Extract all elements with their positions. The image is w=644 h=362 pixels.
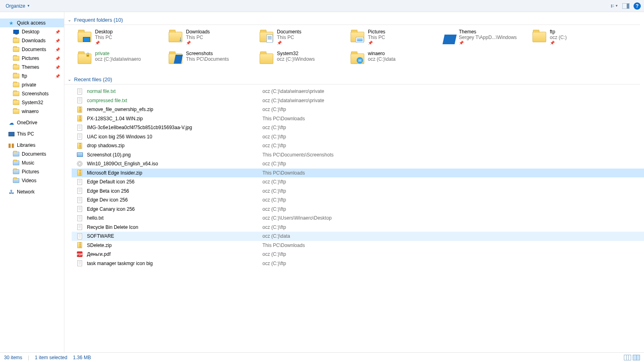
pin-icon: 📌 [186,41,210,45]
pin-icon: 📌 [368,41,385,45]
sidebar-item-private[interactable]: private [0,80,64,89]
onedrive-root[interactable]: ☁ OneDrive [0,118,64,127]
folder-icon [259,51,274,66]
frequent-folder-item[interactable]: ↓ Downloads This PC 📌 [167,27,258,49]
sidebar-item-documents[interactable]: Documents [0,150,64,158]
pin-icon: 📌 [55,74,60,78]
recent-file-row[interactable]: compressed file.txt ocz (C:)\data\winaer… [72,96,644,105]
file-path: ocz (C:)\ftp [262,143,286,148]
sidebar-item-music[interactable]: Music [0,158,64,167]
sidebar-item-pictures[interactable]: Pictures📌 [0,54,64,63]
file-icon [76,152,83,158]
recent-file-row[interactable]: Edge Dev icon 256 ocz (C:)\ftp [72,195,644,205]
folder-location: This PC\Documents [186,56,229,62]
recent-file-row[interactable]: Recycle Bin Delete Icon ocz (C:)\ftp [72,223,644,232]
help-button[interactable]: ? [634,2,641,10]
file-icon [76,88,83,95]
frequent-folder-item[interactable]: Themes Sergey T\AppD...\Windows 📌 [440,27,531,49]
chevron-down-icon[interactable]: ⌄ [67,77,72,82]
recent-file-row[interactable]: PX-128S3C_1.04 WIN.zip This PC\Downloads [72,114,644,123]
folder-location: This PC [186,35,210,40]
frequent-folder-item[interactable]: 🔒 private ocz (C:)\data\winaero [76,49,167,71]
file-icon [76,197,83,203]
sidebar-item-label: private [22,82,36,88]
this-pc-root[interactable]: This PC [0,130,64,138]
svg-rect-0 [611,4,612,6]
frequent-folder-item[interactable]: System32 ocz (C:)\Windows [258,49,349,71]
file-path: This PC\Downloads [262,116,305,121]
sidebar-item-pictures[interactable]: Pictures [0,167,64,176]
view-options-button[interactable]: ▼ [611,2,618,10]
view-details-button[interactable] [624,355,631,360]
recent-file-row[interactable]: Microsoft Edge Insider.zip This PC\Downl… [72,169,644,178]
sidebar-item-themes[interactable]: Themes📌 [0,63,64,72]
libraries-root[interactable]: ▮▮ Libraries [0,141,64,150]
frequent-folder-item[interactable]: Desktop This PC 📌 [76,27,167,49]
file-path: ocz (C:)\ftp [262,134,286,140]
sidebar-item-downloads[interactable]: Downloads📌 [0,36,64,45]
file-icon [76,115,83,122]
pin-icon: 📌 [55,30,60,34]
recent-file-row[interactable]: PDF Деньги.pdf ocz (C:)\ftp [72,250,644,259]
recent-files-list: normal file.txt ocz (C:)\data\winaero\pr… [64,87,644,268]
svg-rect-5 [627,4,629,8]
folder-location: ocz (C:)\data\winaero [95,56,141,62]
file-path: ocz (C:)\ftp [262,224,286,230]
organize-label: Organize [6,3,25,9]
preview-pane-button[interactable] [622,2,630,10]
sidebar-item-label: Pictures [22,56,39,61]
recent-files-title: Recent files (20) [74,76,112,82]
sidebar-item-label: ftp [22,73,27,79]
network-icon: 🖧 [8,189,14,195]
frequent-folders-header[interactable]: ⌄ Frequent folders (10) [64,15,640,25]
folder-name: System32 [277,51,315,56]
recent-file-row[interactable]: SDelete.zip This PC\Downloads [72,241,644,250]
recent-file-row[interactable]: Edge Canary icon 256 ocz (C:)\ftp [72,205,644,214]
file-icon [76,206,83,212]
view-large-button[interactable] [633,355,640,360]
folder-icon [259,30,274,44]
recent-file-row[interactable]: task manager taskmgr icon big ocz (C:)\f… [72,259,644,268]
recent-file-row[interactable]: Edge Beta icon 256 ocz (C:)\ftp [72,187,644,196]
frequent-folder-item[interactable]: Pictures This PC 📌 [349,27,440,49]
recent-file-row[interactable]: UAC icon big 256 Windows 10 ocz (C:)\ftp [72,132,644,142]
recent-file-row[interactable]: hello.txt ocz (C:)\Users\Winaero\Desktop [72,214,644,223]
recent-file-row[interactable]: Edge Default icon 256 ocz (C:)\ftp [72,177,644,187]
file-path: ocz (C:)\ftp [262,179,286,185]
recent-file-row[interactable]: remove_file_ownership_efs.zip ocz (C:)\f… [72,105,644,114]
frequent-folder-item[interactable]: Screenshots This PC\Documents [167,49,258,71]
recent-file-row[interactable]: Screenshot (10).png This PC\Documents\Sc… [72,150,644,160]
file-name: Microsoft Edge Insider.zip [87,170,262,176]
recent-file-row[interactable]: Win10_1809Oct_English_x64.iso ocz (C:)\f… [72,159,644,169]
frequent-folder-item[interactable]: Documents This PC 📌 [258,27,349,49]
file-name: Screenshot (10).png [87,152,262,158]
sidebar-item-ftp[interactable]: ftp📌 [0,72,64,80]
frequent-folder-item[interactable]: ftp ocz (C:) 📌 [531,27,622,49]
folder-icon [13,90,19,97]
recent-file-row[interactable]: SOFTWARE ocz (C:)\data [72,232,644,241]
quick-access-root[interactable]: ★ Quick access [0,19,64,27]
quick-access-label: Quick access [17,20,45,26]
network-root[interactable]: 🖧 Network [0,187,64,196]
sidebar-item-system32[interactable]: System32 [0,98,64,107]
recent-file-row[interactable]: drop shadows.zip ocz (C:)\ftp [72,141,644,150]
file-path: ocz (C:)\ftp [262,125,286,130]
organize-button[interactable]: Organize ▼ [3,2,33,10]
folder-icon [13,64,19,70]
frequent-folder-item[interactable]: ✉ winaero ocz (C:)\data [349,49,440,71]
folder-icon [13,37,19,44]
sidebar-item-screenshots[interactable]: Screenshots [0,89,64,98]
svg-rect-2 [613,4,614,5]
sidebar-item-desktop[interactable]: Desktop📌 [0,27,64,36]
file-name: SDelete.zip [87,243,262,248]
file-name: Recycle Bin Delete Icon [87,224,262,230]
recent-file-row[interactable]: normal file.txt ocz (C:)\data\winaero\pr… [72,87,644,96]
sidebar-item-documents[interactable]: Documents📌 [0,45,64,54]
file-icon [76,142,83,149]
navigation-pane: ★ Quick access Desktop📌Downloads📌Documen… [0,12,64,352]
recent-files-header[interactable]: ⌄ Recent files (20) [64,75,640,84]
chevron-down-icon[interactable]: ⌄ [67,17,72,23]
recent-file-row[interactable]: IMG-3c6e1e8bea0cf4f75cb851cb915693aa-V.j… [72,123,644,132]
sidebar-item-winaero[interactable]: winaero [0,107,64,116]
sidebar-item-videos[interactable]: Videos [0,176,64,185]
